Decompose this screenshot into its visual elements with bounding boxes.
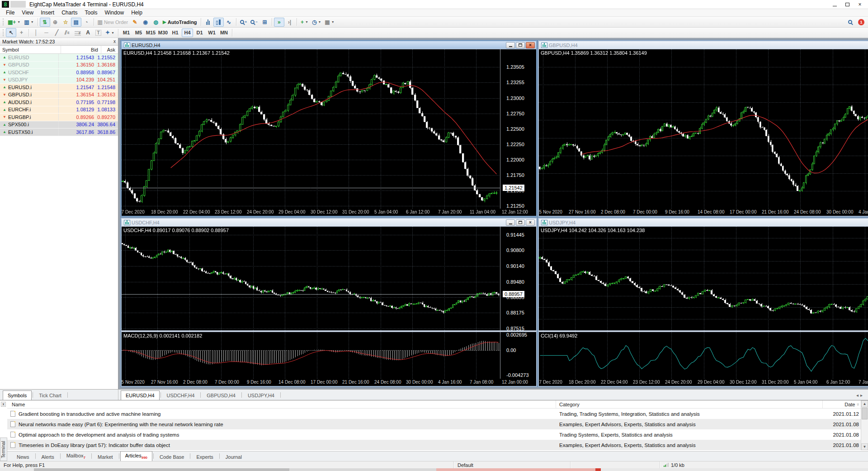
chart-tab-usdchf-h4[interactable]: USDCHF,H4 — [162, 390, 200, 400]
market-watch-row[interactable]: ▲EURUSD.i1.215471.21548 — [0, 84, 118, 91]
time-axis[interactable]: 25 Nov 202027 Nov 16:002 Dec 08:007 Dec … — [122, 379, 536, 386]
market-watch-row[interactable]: ▲USDCHF0.889580.88967 — [0, 69, 118, 76]
auto-scroll-button[interactable]: » — [274, 18, 284, 27]
chart-tab-gbpusd-h4[interactable]: GBPUSD,H4 — [202, 390, 241, 400]
indicator-canvas[interactable] — [122, 332, 500, 379]
restore-button[interactable] — [516, 42, 525, 48]
price-chart-canvas[interactable] — [539, 227, 868, 330]
terminal-tab-journal[interactable]: Journal — [221, 452, 247, 461]
menu-item-window[interactable]: Window — [101, 9, 128, 16]
scrollbar-thumb[interactable] — [862, 408, 868, 419]
toolbar-grip[interactable] — [3, 29, 4, 36]
minimize-button[interactable] — [828, 0, 841, 9]
text-button[interactable]: A — [83, 28, 93, 37]
terminal-toggle[interactable]: ▤ — [71, 18, 81, 27]
article-row[interactable]: Neural networks made easy (Part 6): Expe… — [7, 419, 861, 429]
close-button[interactable]: × — [526, 42, 535, 48]
close-button[interactable]: × — [854, 0, 866, 9]
menu-item-file[interactable]: File — [2, 9, 18, 16]
article-row[interactable]: Timeseries in DoEasy library (part 57): … — [7, 440, 861, 450]
terminal-tab-code-base[interactable]: Code Base — [155, 452, 189, 461]
bar-chart-button[interactable] — [203, 18, 213, 27]
time-axis[interactable]: 17 Dec 202018 Dec 20:0022 Dec 04:0023 De… — [539, 379, 868, 386]
terminal-tab-news[interactable]: News — [12, 452, 34, 461]
strategy-tester-button[interactable]: ◔ — [81, 18, 92, 27]
indicators-button[interactable]: +▼ — [299, 18, 310, 27]
price-chart-canvas[interactable] — [539, 49, 868, 209]
market-watch-toggle[interactable]: ⇅ — [40, 18, 50, 27]
column-header-category[interactable]: Category — [556, 400, 823, 408]
close-button[interactable]: × — [526, 219, 535, 226]
trendline-button[interactable]: ╱ — [52, 28, 62, 37]
periods-button[interactable]: ◷▼ — [310, 18, 323, 27]
horizontal-line-button[interactable]: ─ — [41, 28, 52, 37]
pane-splitter[interactable] — [122, 330, 536, 332]
menu-item-view[interactable]: View — [18, 9, 37, 16]
market-watch-row[interactable]: ▼EURGBP.i0.892660.89270 — [0, 114, 118, 121]
column-header-date[interactable]: Date▿ — [823, 400, 861, 408]
close-icon[interactable]: x — [113, 39, 116, 44]
close-icon[interactable]: x — [1, 402, 6, 407]
community-button[interactable]: ◍ — [151, 18, 161, 27]
restore-button[interactable] — [516, 219, 525, 226]
channel-button[interactable]: ⫽E — [62, 28, 72, 37]
menu-item-charts[interactable]: Charts — [58, 9, 81, 16]
market-watch-row[interactable]: ▲EUSTX50.i3617.863618.86 — [0, 128, 118, 136]
vertical-line-button[interactable]: │ — [31, 28, 41, 37]
market-watch-header[interactable]: Market Watch: 17:52:23 x — [0, 38, 118, 46]
price-chart-canvas[interactable] — [122, 49, 500, 209]
chart-window-usdjpy[interactable]: USDJPY,H4×USDJPY,H4 104.242 104.326 104.… — [538, 218, 868, 387]
fibonacci-button[interactable]: F — [72, 28, 83, 37]
chart-window-titlebar[interactable]: USDCHF,H4× — [122, 219, 536, 227]
price-chart-canvas[interactable] — [122, 227, 500, 330]
article-row[interactable]: Optimal approach to the development and … — [7, 429, 861, 440]
autotrading-button[interactable]: ▶AutoTrading — [161, 18, 198, 27]
chart-window-titlebar[interactable]: USDJPY,H4× — [539, 219, 868, 227]
chart-window-gbpusd[interactable]: GBPUSD,H4×GBPUSD,H4 1.35869 1.36312 1.35… — [538, 40, 868, 217]
terminal-tab-experts[interactable]: Experts — [191, 452, 218, 461]
metaeditor-button[interactable]: ✎ — [130, 18, 140, 27]
text-label-button[interactable]: T — [93, 28, 104, 37]
chart-window-eurusd[interactable]: EURUSD,H4×EURUSD,H4 1.21458 1.21658 1.21… — [121, 40, 537, 217]
zoom-in-button[interactable]: + — [238, 18, 249, 27]
market-watch-tab-symbols[interactable]: Symbols — [3, 390, 32, 400]
terminal-scrollbar[interactable]: ▲ ▼ — [861, 400, 868, 450]
data-window-button[interactable]: ⊕ — [50, 18, 61, 27]
cursor-button[interactable]: ↖ — [6, 28, 16, 37]
timeframe-m30[interactable]: M30 — [157, 29, 169, 37]
timeframe-m1[interactable]: M1 — [121, 29, 132, 37]
price-axis[interactable]: 1.235051.232551.230001.227501.225001.222… — [500, 49, 536, 209]
candlestick-chart-button[interactable] — [213, 18, 224, 27]
pane-splitter[interactable] — [539, 330, 868, 332]
market-watch-row[interactable]: ▼USDJPY104.239104.251 — [0, 76, 118, 84]
timeframe-h4[interactable]: H4 — [182, 29, 193, 37]
time-axis[interactable]: 25 Nov 202027 Nov 16:002 Dec 08:007 Dec … — [539, 209, 868, 216]
market-watch-row[interactable]: ▲SPX500.i3806.243806.64 — [0, 121, 118, 129]
chart-window-titlebar[interactable]: EURUSD,H4× — [122, 41, 536, 49]
status-profile[interactable]: Default — [454, 461, 571, 468]
maximize-button[interactable] — [841, 0, 854, 9]
menu-item-insert[interactable]: Insert — [37, 9, 58, 16]
profiles-button[interactable]: ▥▼ — [22, 18, 35, 27]
new-order-button[interactable]: ▥New Order — [96, 18, 130, 27]
price-axis[interactable]: 0.914450.908000.901400.894800.888350.881… — [500, 227, 536, 379]
market-watch-row[interactable]: ▲EURCHF.i1.081291.08133 — [0, 106, 118, 114]
column-header-ask[interactable]: Ask — [101, 46, 118, 53]
crosshair-button[interactable]: + — [16, 28, 27, 37]
time-axis[interactable]: 17 Dec 202018 Dec 20:0022 Dec 04:0023 De… — [122, 209, 536, 216]
indicator-canvas[interactable] — [539, 332, 868, 379]
timeframe-mn[interactable]: MN — [218, 29, 230, 37]
column-header-bid[interactable]: Bid — [61, 46, 101, 53]
chart-shift-button[interactable]: ›| — [284, 18, 295, 27]
market-watch-tab-tick-chart[interactable]: Tick Chart — [34, 390, 66, 400]
menu-item-help[interactable]: Help — [127, 9, 146, 16]
arrows-button[interactable]: ✦▼ — [104, 28, 116, 37]
tab-scroll-arrows[interactable]: ◂▸ — [856, 393, 864, 398]
app-titlebar[interactable]: 8 EightCap MetaTrader 4 Terminal - EURUS… — [0, 0, 868, 9]
timeframe-m15[interactable]: M15 — [145, 29, 156, 37]
tile-windows-button[interactable]: ⊞ — [259, 18, 270, 27]
chart-window-titlebar[interactable]: GBPUSD,H4× — [539, 41, 868, 49]
expert-advisors-button[interactable]: ◉ — [140, 18, 151, 27]
chart-window-usdchf[interactable]: USDCHF,H4×USDCHF,H4 0.89017 0.89076 0.88… — [121, 218, 537, 387]
search-button[interactable] — [845, 18, 855, 27]
